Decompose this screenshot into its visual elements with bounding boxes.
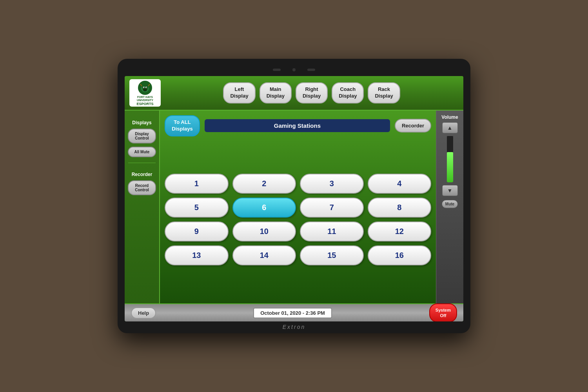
station-16-button[interactable]: 16 bbox=[368, 245, 432, 265]
tablet-device: FORT HAYSUNIVERSITY ESPORTS LeftDisplay … bbox=[118, 59, 470, 333]
center-top-row: To ALLDisplays Gaming Stations Recorder bbox=[165, 115, 431, 136]
station-9-button[interactable]: 9 bbox=[165, 221, 229, 241]
station-7-button[interactable]: 7 bbox=[300, 198, 364, 218]
volume-down-button[interactable]: ▼ bbox=[442, 185, 458, 196]
system-off-button[interactable]: SystemOff bbox=[429, 303, 457, 321]
recorder-section-label: Recorder bbox=[132, 172, 152, 177]
center-panel: To ALLDisplays Gaming Stations Recorder … bbox=[160, 111, 436, 303]
volume-bar-fill bbox=[447, 152, 453, 182]
volume-bar-container bbox=[446, 136, 454, 183]
left-display-button[interactable]: LeftDisplay bbox=[223, 82, 255, 103]
main-display-button[interactable]: MainDisplay bbox=[260, 82, 292, 103]
svg-point-10 bbox=[145, 90, 146, 91]
brand-label: Extron bbox=[283, 324, 305, 330]
volume-up-button[interactable]: ▲ bbox=[442, 122, 458, 133]
station-14-button[interactable]: 14 bbox=[232, 245, 296, 265]
station-5-button[interactable]: 5 bbox=[165, 198, 229, 218]
logo-box: FORT HAYSUNIVERSITY ESPORTS bbox=[129, 79, 161, 107]
svg-point-6 bbox=[144, 87, 145, 88]
sensor-right bbox=[307, 69, 315, 71]
bison-icon bbox=[136, 80, 154, 96]
svg-point-7 bbox=[146, 87, 147, 88]
station-8-button[interactable]: 8 bbox=[368, 198, 432, 218]
sidebar-divider bbox=[128, 163, 156, 163]
display-control-button[interactable]: Display Control bbox=[128, 129, 156, 143]
sensor-left bbox=[273, 69, 281, 71]
top-nav: FORT HAYSUNIVERSITY ESPORTS LeftDisplay … bbox=[125, 76, 463, 111]
station-12-button[interactable]: 12 bbox=[368, 221, 432, 241]
recorder-button[interactable]: Recorder bbox=[395, 119, 431, 132]
coach-display-button[interactable]: CoachDisplay bbox=[332, 82, 364, 103]
station-2-button[interactable]: 2 bbox=[232, 174, 296, 194]
volume-panel: Volume ▲ ▼ Mute bbox=[436, 111, 463, 303]
logo-school-text: FORT HAYSUNIVERSITY bbox=[137, 96, 153, 102]
svg-point-9 bbox=[144, 90, 145, 91]
all-mute-button[interactable]: All Mute bbox=[128, 147, 156, 157]
station-grid: 1 2 3 4 5 6 7 8 9 10 11 12 13 14 bbox=[165, 140, 431, 299]
station-1-button[interactable]: 1 bbox=[165, 174, 229, 194]
record-control-button[interactable]: Record Control bbox=[128, 180, 156, 195]
rack-display-button[interactable]: RackDisplay bbox=[368, 82, 400, 103]
display-buttons-container: LeftDisplay MainDisplay RightDisplay Coa… bbox=[165, 82, 459, 103]
datetime-display: October 01, 2020 - 2:36 PM bbox=[253, 308, 332, 318]
station-4-button[interactable]: 4 bbox=[368, 174, 432, 194]
logo-esports-text: ESPORTS bbox=[136, 102, 153, 106]
station-6-button[interactable]: 6 bbox=[232, 198, 296, 218]
main-content: Displays Display Control All Mute Record… bbox=[125, 111, 463, 303]
tablet-top-bar bbox=[125, 66, 463, 74]
displays-section-label: Displays bbox=[132, 120, 151, 125]
volume-label: Volume bbox=[441, 114, 458, 120]
station-11-button[interactable]: 11 bbox=[300, 221, 364, 241]
station-15-button[interactable]: 15 bbox=[300, 245, 364, 265]
station-3-button[interactable]: 3 bbox=[300, 174, 364, 194]
sidebar: Displays Display Control All Mute Record… bbox=[125, 111, 160, 303]
station-10-button[interactable]: 10 bbox=[232, 221, 296, 241]
camera bbox=[292, 68, 296, 71]
right-area: To ALLDisplays Gaming Stations Recorder … bbox=[160, 111, 463, 303]
tablet-screen: FORT HAYSUNIVERSITY ESPORTS LeftDisplay … bbox=[125, 76, 463, 321]
all-displays-button[interactable]: To ALLDisplays bbox=[165, 115, 200, 136]
help-button[interactable]: Help bbox=[131, 307, 156, 319]
status-bar: Help October 01, 2020 - 2:36 PM SystemOf… bbox=[125, 303, 463, 321]
gaming-stations-label: Gaming Stations bbox=[205, 119, 390, 132]
right-display-button[interactable]: RightDisplay bbox=[296, 82, 328, 103]
mute-button[interactable]: Mute bbox=[442, 200, 458, 208]
station-13-button[interactable]: 13 bbox=[165, 245, 229, 265]
